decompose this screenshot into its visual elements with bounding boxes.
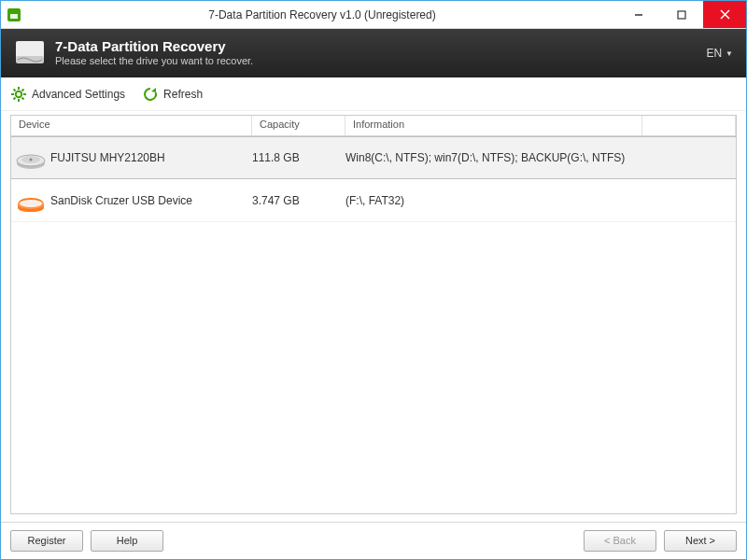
hdd-icon — [11, 144, 50, 172]
svg-line-16 — [14, 97, 16, 99]
help-button[interactable]: Help — [91, 530, 163, 552]
header-title: 7-Data Partition Recovery — [55, 38, 253, 55]
close-button[interactable] — [703, 1, 746, 28]
device-row[interactable]: FUJITSU MHY2120BH 111.8 GB Win8(C:\, NTF… — [11, 136, 736, 179]
svg-line-14 — [22, 97, 24, 99]
column-header-device[interactable]: Device — [11, 116, 252, 135]
advanced-settings-label: Advanced Settings — [32, 88, 125, 101]
device-row[interactable]: SanDisk Cruzer USB Device 3.747 GB (F:\,… — [11, 179, 736, 222]
back-button[interactable]: < Back — [584, 530, 656, 552]
gear-icon — [10, 86, 27, 103]
refresh-icon — [142, 86, 159, 103]
window-title: 7-Data Partition Recovery v1.0 (Unregist… — [27, 1, 617, 28]
svg-line-13 — [14, 89, 16, 91]
titlebar: 7-Data Partition Recovery v1.0 (Unregist… — [1, 1, 746, 29]
refresh-button[interactable]: Refresh — [142, 86, 203, 103]
column-header-capacity[interactable]: Capacity — [252, 116, 345, 135]
minimize-button[interactable] — [617, 1, 660, 28]
column-header-row: Device Capacity Information — [11, 116, 736, 136]
app-logo-icon — [14, 37, 46, 69]
maximize-button[interactable] — [660, 1, 703, 28]
device-capacity: 111.8 GB — [252, 151, 345, 164]
app-icon — [1, 1, 27, 28]
app-window: 7-Data Partition Recovery v1.0 (Unregist… — [0, 0, 747, 560]
refresh-label: Refresh — [163, 88, 203, 101]
chevron-down-icon: ▼ — [726, 49, 733, 58]
device-rows: FUJITSU MHY2120BH 111.8 GB Win8(C:\, NTF… — [11, 136, 736, 513]
device-information: Win8(C:\, NTFS); win7(D:\, NTFS); BACKUP… — [345, 151, 736, 164]
svg-marker-17 — [151, 88, 156, 92]
svg-point-8 — [16, 91, 21, 96]
device-information: (F:\, FAT32) — [345, 194, 736, 207]
device-list-panel: Device Capacity Information FUJITSU MHY2… — [10, 115, 737, 514]
svg-rect-3 — [678, 11, 685, 19]
window-controls — [617, 1, 746, 28]
language-label: EN — [706, 47, 722, 60]
column-header-information[interactable]: Information — [345, 116, 642, 135]
svg-line-15 — [22, 89, 24, 91]
toolbar: Advanced Settings Refresh — [1, 77, 746, 111]
register-button[interactable]: Register — [10, 530, 83, 552]
language-selector[interactable]: EN ▼ — [706, 47, 733, 60]
svg-point-21 — [30, 159, 33, 161]
column-header-extra[interactable] — [642, 116, 736, 135]
next-button[interactable]: Next > — [664, 530, 737, 552]
footer-bar: Register Help < Back Next > — [1, 522, 746, 559]
device-name: FUJITSU MHY2120BH — [50, 151, 252, 164]
device-capacity: 3.747 GB — [252, 194, 345, 207]
svg-rect-25 — [22, 203, 39, 204]
advanced-settings-button[interactable]: Advanced Settings — [10, 86, 125, 103]
header-banner: 7-Data Partition Recovery Please select … — [1, 29, 746, 77]
header-text: 7-Data Partition Recovery Please select … — [55, 38, 253, 67]
svg-rect-1 — [10, 14, 18, 19]
header-subtitle: Please select the drive you want to reco… — [55, 55, 253, 67]
device-name: SanDisk Cruzer USB Device — [50, 194, 252, 207]
usb-drive-icon — [11, 187, 50, 215]
